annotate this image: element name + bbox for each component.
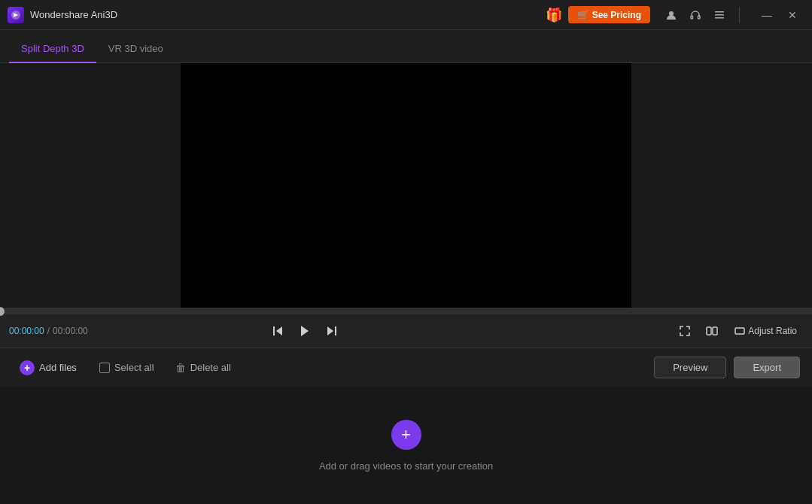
separator [739,8,740,23]
svg-marker-8 [276,326,282,335]
select-all-button[interactable]: Select all [93,357,160,378]
svg-rect-5 [715,14,724,16]
playback-controls: 00:00:00 / 00:00:00 [0,314,812,348]
play-button[interactable] [294,320,315,342]
add-files-label: Add files [39,362,77,373]
left-panel [0,63,181,308]
svg-rect-14 [735,328,744,334]
app-logo [8,7,24,23]
minimize-button[interactable]: — [755,5,779,26]
window-controls: — ✕ [755,5,804,26]
playback-buttons [267,320,342,342]
svg-rect-10 [335,326,336,335]
editor-area [0,63,812,308]
svg-rect-12 [707,327,711,335]
svg-rect-2 [691,16,693,19]
titlebar-right: 🎁 🛒 See Pricing — ✕ [546,5,804,26]
trash-icon: 🗑 [175,362,186,374]
tabbar: Split Depth 3D VR 3D video [0,30,812,63]
svg-rect-6 [715,17,724,19]
svg-marker-9 [301,326,309,336]
time-total: 00:00:00 [53,326,88,336]
right-controls: Adjust Ratio [674,320,803,342]
app-title: Wondershare Ani3D [30,9,546,20]
split-view-button[interactable] [701,320,722,342]
delete-all-button[interactable]: 🗑 Delete all [169,357,237,378]
see-pricing-label: See Pricing [592,10,641,20]
drop-plus-button[interactable]: + [391,420,421,450]
main-content: 00:00:00 / 00:00:00 [0,63,812,504]
fullscreen-button[interactable] [674,320,695,342]
skip-back-button[interactable] [267,320,288,342]
account-icon[interactable] [661,5,682,26]
bottom-toolbar: + Add files Select all 🗑 Delete all Prev… [0,348,812,387]
export-button[interactable]: Export [734,357,800,378]
select-all-label: Select all [114,362,154,373]
headset-icon[interactable] [685,5,706,26]
gift-icon[interactable]: 🎁 [546,7,562,23]
titlebar: Wondershare Ani3D 🎁 🛒 See Pricing — ✕ [0,0,812,30]
svg-rect-4 [715,11,724,13]
time-separator: / [47,326,50,336]
add-files-icon: + [20,360,35,375]
close-button[interactable]: ✕ [780,5,804,26]
adjust-ratio-label: Adjust Ratio [748,326,797,336]
drop-area[interactable]: + Add or drag videos to start your creat… [0,387,812,504]
time-current: 00:00:00 [9,326,44,336]
adjust-ratio-button[interactable]: Adjust Ratio [728,323,803,339]
tab-split-depth-3d[interactable]: Split Depth 3D [9,35,96,63]
right-action-buttons: Preview Export [654,357,800,378]
playback-bar: 00:00:00 / 00:00:00 [0,308,812,348]
preview-button[interactable]: Preview [654,357,726,378]
menu-icon[interactable] [709,5,730,26]
svg-rect-3 [698,16,701,19]
checkbox-icon [99,363,110,373]
seek-bar[interactable] [0,308,812,314]
svg-marker-11 [327,326,333,335]
time-display: 00:00:00 / 00:00:00 [9,326,99,336]
drop-hint-text: Add or drag videos to start your creatio… [319,460,493,472]
svg-rect-13 [713,327,717,335]
tab-vr-3d-video[interactable]: VR 3D video [96,35,175,63]
skip-forward-button[interactable] [321,320,342,342]
add-files-button[interactable]: + Add files [12,356,84,380]
delete-all-label: Delete all [190,362,231,373]
bottom-section: + Add files Select all 🗑 Delete all Prev… [0,348,812,504]
svg-rect-7 [273,326,275,335]
right-panel [631,63,812,308]
cart-icon: 🛒 [577,9,589,20]
video-preview [181,63,631,308]
see-pricing-button[interactable]: 🛒 See Pricing [568,6,650,23]
titlebar-icons [661,5,730,26]
